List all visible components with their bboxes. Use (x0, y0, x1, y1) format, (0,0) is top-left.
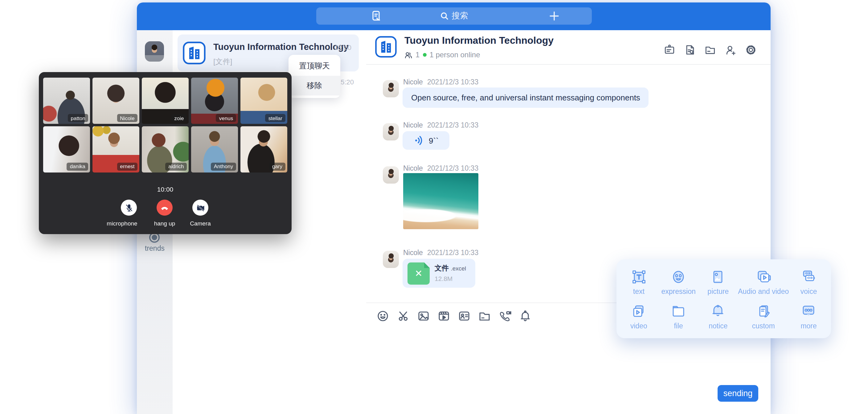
microphone-label: microphone (97, 220, 147, 227)
voice-wave-icon (413, 135, 425, 146)
attach-video[interactable]: video (619, 299, 659, 333)
context-menu: 置顶聊天 移除 (288, 55, 340, 98)
text-icon (630, 268, 647, 285)
message-time: 2021/12/3 10:33 (427, 164, 478, 172)
participant-tile: gary (240, 126, 287, 172)
search-bar[interactable]: 搜索 (316, 7, 592, 25)
microphone-button[interactable] (121, 200, 137, 216)
notice-icon (710, 303, 726, 319)
file-size: 12.8M (435, 275, 453, 282)
hang-up-button[interactable] (157, 200, 173, 216)
participant-name: gary (269, 162, 285, 170)
participant-tile: venus (191, 77, 238, 124)
plus-icon[interactable] (546, 10, 562, 22)
folder-icon[interactable] (704, 44, 716, 56)
attach-voice[interactable]: voice (789, 264, 829, 299)
member-count: 1 (415, 51, 420, 59)
image-icon[interactable] (417, 309, 430, 323)
top-bar: 搜索 (137, 2, 771, 30)
video-icon (630, 303, 647, 319)
avatar[interactable] (383, 80, 399, 97)
conversation-time: 15:20 (335, 44, 351, 51)
attach-file[interactable]: file (659, 299, 699, 333)
participant-tile: danika (43, 126, 90, 172)
image-message-beach-photo[interactable] (403, 173, 478, 229)
group-avatar-icon (375, 36, 397, 58)
video-call-icon[interactable] (498, 309, 512, 323)
conversation-preview: [文件] (213, 57, 232, 67)
menu-item-pin-chat[interactable]: 置顶聊天 (288, 56, 340, 76)
online-dot (423, 53, 426, 57)
send-button[interactable]: sending (718, 385, 758, 402)
participant-tile: ernest (92, 126, 140, 172)
participant-tile: zoie (142, 77, 189, 124)
header-actions (663, 44, 757, 56)
attach-expression[interactable]: expression (659, 264, 699, 299)
search-placeholder: 搜索 (452, 10, 468, 22)
picture-icon (710, 268, 726, 285)
file-icon (670, 303, 687, 319)
voice-duration: 9`` (429, 136, 439, 145)
participant-name: danika (67, 162, 89, 170)
search-field[interactable]: 搜索 (440, 10, 468, 22)
avatar[interactable] (383, 166, 399, 184)
participant-tile: Anthony (191, 126, 238, 172)
attach-more[interactable]: more (789, 299, 829, 333)
emoji-icon[interactable] (376, 309, 390, 323)
sender-name: Nicole (403, 249, 423, 256)
video-call-panel: patton Nicole zoie venus stellar danika … (39, 72, 291, 234)
my-avatar[interactable] (145, 41, 164, 62)
online-status: 1 person online (429, 51, 480, 59)
sender-name: Nicole (403, 78, 423, 86)
avatar[interactable] (383, 123, 399, 140)
participant-tile: Nicole (92, 77, 140, 124)
file-name: 文件 (435, 264, 449, 272)
call-list-icon[interactable] (368, 10, 384, 22)
attach-audio-video[interactable]: Audio and video (738, 264, 789, 299)
voice-message-bubble[interactable]: 9`` (403, 131, 450, 150)
participant-tile: patton (43, 77, 90, 124)
video-clip-icon[interactable] (437, 309, 451, 323)
file-folder-icon[interactable] (478, 309, 491, 323)
participant-name: zoie (171, 114, 187, 122)
attach-text[interactable]: text (619, 264, 659, 299)
message-time: 2021/12/3 10:33 (427, 121, 478, 129)
trends-label[interactable]: trends (137, 245, 173, 252)
more-icon (801, 303, 817, 319)
message-meta: Nicole2021/12/3 10:33 (403, 164, 478, 172)
custom-icon (755, 303, 772, 319)
avatar[interactable] (383, 251, 399, 268)
add-member-icon[interactable] (724, 44, 737, 56)
group-avatar-icon (183, 41, 206, 65)
attach-picture[interactable]: picture (699, 264, 738, 299)
input-toolbar (376, 309, 532, 323)
search-icon (440, 12, 448, 20)
call-timer: 10:00 (39, 185, 291, 193)
chat-main: Tuoyun Information Technology 1 1 person… (366, 30, 771, 414)
text-message-bubble[interactable]: Open source, free, and universal instant… (403, 88, 649, 108)
sender-name: Nicole (403, 121, 423, 129)
attach-custom[interactable]: custom (738, 299, 789, 333)
participant-name: ernest (117, 162, 137, 170)
camera-button[interactable] (192, 200, 208, 216)
participant-name: aldrich (165, 162, 187, 170)
settings-icon[interactable] (745, 44, 757, 56)
mic-muted-icon (124, 203, 133, 212)
board-icon[interactable] (663, 44, 676, 56)
history-search-icon[interactable] (684, 44, 696, 56)
participant-tile: aldrich (142, 126, 189, 172)
excel-file-icon: ✕ (407, 262, 430, 285)
attach-notice[interactable]: notice (699, 299, 738, 333)
camera-muted-icon (196, 203, 205, 212)
screen: 搜索 trends (0, 0, 868, 414)
notice-bell-icon[interactable] (519, 309, 532, 323)
menu-item-remove[interactable]: 移除 (288, 76, 340, 95)
message-time: 2021/12/3 10:33 (427, 249, 478, 256)
participant-grid: patton Nicole zoie venus stellar danika … (43, 77, 287, 172)
message-meta: Nicole2021/12/3 10:33 (403, 249, 478, 256)
file-message-bubble[interactable]: ✕ 文件 .excel 12.8M (403, 259, 475, 288)
screenshot-icon[interactable] (396, 309, 410, 323)
hang-up-icon (160, 203, 169, 213)
contact-card-icon[interactable] (458, 309, 471, 323)
message-time: 2021/12/3 10:33 (427, 78, 478, 86)
